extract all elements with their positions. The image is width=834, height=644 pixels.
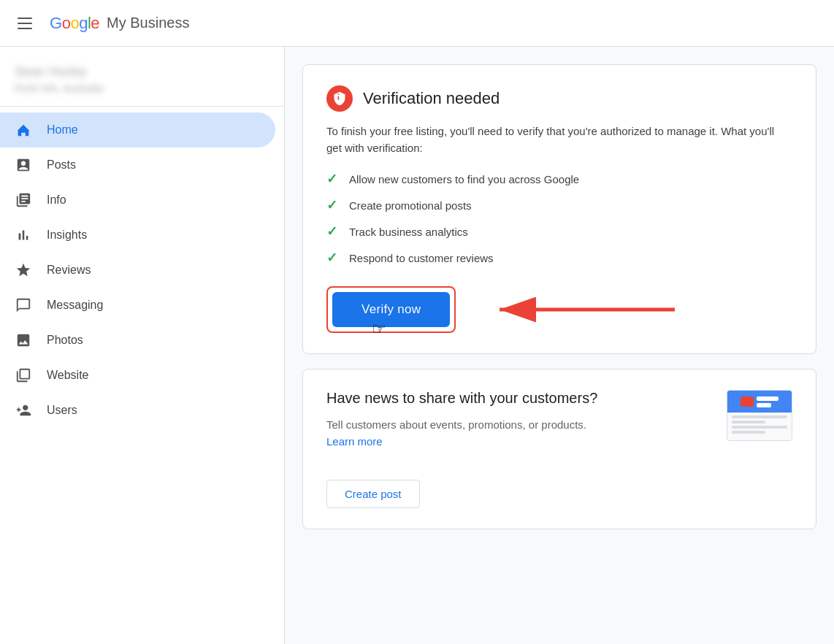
checklist-text-4: Respond to customer reviews: [349, 252, 494, 264]
posts-icon: [15, 156, 32, 174]
app-layout: Sean Hurley Perth WA, Australia Home Pos…: [0, 47, 834, 644]
photos-icon: [15, 331, 32, 349]
sidebar-item-home[interactable]: Home: [0, 112, 275, 147]
news-line1: [732, 415, 787, 418]
website-icon: [15, 367, 32, 384]
verification-description: To finish your free listing, you'll need…: [326, 123, 792, 156]
sidebar-item-website[interactable]: Website: [0, 358, 275, 393]
reviews-icon: [15, 261, 32, 279]
verify-btn-highlight: Verify now ☞: [326, 286, 456, 333]
news-description: Tell customers about events, promotions,…: [326, 418, 727, 431]
verification-title: Verification needed: [363, 89, 500, 108]
insights-label: Insights: [47, 229, 87, 242]
messaging-icon: [15, 296, 32, 314]
logo-o2: o: [70, 14, 79, 32]
website-label: Website: [47, 369, 89, 382]
news-thumb-line2: [757, 403, 771, 407]
sidebar: Sean Hurley Perth WA, Australia Home Pos…: [0, 47, 285, 644]
news-line2: [732, 421, 765, 423]
checkmark-icon-3: ✓: [326, 223, 337, 239]
sidebar-item-reviews[interactable]: Reviews: [0, 253, 275, 288]
sidebar-item-posts[interactable]: Posts: [0, 147, 275, 183]
menu-button[interactable]: [15, 15, 35, 32]
business-location: Perth WA, Australia: [15, 83, 269, 94]
learn-more-link[interactable]: Learn more: [326, 435, 727, 448]
messaging-label: Messaging: [47, 299, 103, 312]
news-card: Have news to share with your customers? …: [302, 369, 816, 529]
google-logo-text: Google: [50, 14, 99, 33]
posts-label: Posts: [47, 158, 76, 172]
reviews-label: Reviews: [47, 264, 91, 277]
sidebar-item-photos[interactable]: Photos: [0, 323, 275, 358]
checklist-item-3: ✓ Track business analytics: [326, 223, 792, 239]
news-thumb-top: [727, 391, 792, 413]
sidebar-item-info[interactable]: Info: [0, 183, 275, 218]
verification-checklist: ✓ Allow new customers to find you across…: [326, 171, 792, 266]
logo-g: G: [50, 14, 62, 32]
checklist-text-2: Create promotional posts: [349, 199, 472, 212]
checklist-item-2: ✓ Create promotional posts: [326, 197, 792, 213]
news-title: Have news to share with your customers?: [326, 390, 727, 407]
logo-e: e: [91, 14, 99, 32]
news-thumbnail: [727, 390, 792, 441]
checklist-item-4: ✓ Respond to customer reviews: [326, 250, 792, 266]
verify-row: Verify now ☞: [326, 286, 792, 333]
checkmark-icon-1: ✓: [326, 171, 337, 187]
logo-g2: g: [79, 14, 88, 32]
main-content: Verification needed To finish your free …: [285, 47, 834, 644]
verification-card: Verification needed To finish your free …: [302, 64, 816, 354]
news-line3: [732, 426, 787, 429]
news-thumb-red-box: [741, 396, 754, 407]
users-icon: [15, 402, 32, 419]
users-label: Users: [47, 404, 77, 417]
logo-o1: o: [62, 14, 71, 32]
sidebar-item-users[interactable]: Users: [0, 393, 275, 428]
home-icon: [15, 121, 32, 139]
news-line4: [732, 431, 765, 434]
news-card-inner: Have news to share with your customers? …: [326, 390, 792, 508]
header: Google My Business: [0, 0, 834, 47]
create-post-button[interactable]: Create post: [326, 480, 420, 508]
checkmark-icon-4: ✓: [326, 250, 337, 266]
logo: Google My Business: [50, 14, 189, 33]
home-label: Home: [47, 123, 78, 137]
news-thumb-bottom: [727, 413, 792, 440]
app-title: My Business: [107, 15, 189, 31]
info-label: Info: [47, 193, 66, 207]
verification-header: Verification needed: [326, 85, 792, 112]
news-thumb-line1: [757, 396, 778, 401]
checklist-text-1: Allow new customers to find you across G…: [349, 173, 579, 185]
sidebar-item-insights[interactable]: Insights: [0, 218, 275, 253]
business-name: Sean Hurley: [15, 64, 269, 80]
checkmark-icon-2: ✓: [326, 197, 337, 213]
info-icon: [15, 191, 32, 209]
checklist-text-3: Track business analytics: [349, 226, 468, 238]
business-info: Sean Hurley Perth WA, Australia: [0, 58, 284, 107]
checklist-item-1: ✓ Allow new customers to find you across…: [326, 171, 792, 187]
photos-label: Photos: [47, 334, 83, 347]
insights-icon: [15, 226, 32, 244]
sidebar-item-messaging[interactable]: Messaging: [0, 288, 275, 323]
verify-now-button[interactable]: Verify now: [332, 292, 450, 327]
arrow-annotation: [478, 288, 682, 331]
shield-alert-icon: [326, 85, 353, 112]
news-content: Have news to share with your customers? …: [326, 390, 727, 508]
